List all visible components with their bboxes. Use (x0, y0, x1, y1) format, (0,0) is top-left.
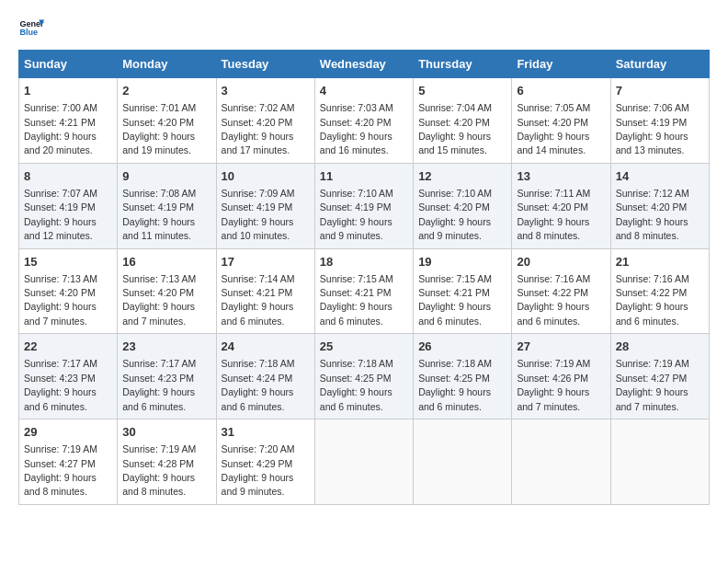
day-number: 4 (320, 83, 408, 99)
calendar-cell: 1 Sunrise: 7:00 AMSunset: 4:21 PMDayligh… (19, 78, 118, 164)
svg-text:Blue: Blue (19, 28, 38, 37)
day-number: 21 (616, 254, 704, 270)
cell-content: Sunrise: 7:02 AMSunset: 4:20 PMDaylight:… (222, 102, 295, 155)
cell-content: Sunrise: 7:17 AMSunset: 4:23 PMDaylight:… (24, 358, 97, 411)
cell-content: Sunrise: 7:15 AMSunset: 4:21 PMDaylight:… (320, 273, 393, 327)
calendar-cell: 19 Sunrise: 7:15 AMSunset: 4:21 PMDaylig… (414, 248, 512, 334)
calendar-cell: 22 Sunrise: 7:17 AMSunset: 4:23 PMDaylig… (19, 334, 118, 419)
day-number: 12 (418, 168, 506, 185)
calendar-cell (314, 419, 413, 505)
cell-content: Sunrise: 7:10 AMSunset: 4:19 PMDaylight:… (320, 188, 393, 241)
calendar-cell: 8 Sunrise: 7:07 AMSunset: 4:19 PMDayligh… (19, 163, 118, 248)
day-number: 7 (616, 83, 704, 99)
calendar-cell: 15 Sunrise: 7:13 AMSunset: 4:20 PMDaylig… (19, 248, 118, 334)
day-number: 19 (418, 254, 506, 270)
calendar-table: SundayMondayTuesdayWednesdayThursdayFrid… (18, 50, 710, 505)
calendar-cell: 23 Sunrise: 7:17 AMSunset: 4:23 PMDaylig… (118, 334, 216, 419)
calendar-cell: 30 Sunrise: 7:19 AMSunset: 4:28 PMDaylig… (118, 419, 216, 505)
cell-content: Sunrise: 7:06 AMSunset: 4:19 PMDaylight:… (616, 102, 689, 155)
calendar-cell: 9 Sunrise: 7:08 AMSunset: 4:19 PMDayligh… (118, 163, 216, 248)
calendar-cell (512, 419, 610, 505)
calendar-cell: 31 Sunrise: 7:20 AMSunset: 4:29 PMDaylig… (216, 419, 314, 505)
calendar-cell (610, 419, 709, 505)
cell-content: Sunrise: 7:19 AMSunset: 4:27 PMDaylight:… (24, 443, 97, 497)
cell-content: Sunrise: 7:15 AMSunset: 4:21 PMDaylight:… (418, 273, 492, 327)
calendar-cell: 7 Sunrise: 7:06 AMSunset: 4:19 PMDayligh… (610, 78, 709, 164)
day-number: 15 (24, 254, 112, 270)
week-row-2: 8 Sunrise: 7:07 AMSunset: 4:19 PMDayligh… (19, 163, 710, 248)
calendar-cell: 28 Sunrise: 7:19 AMSunset: 4:27 PMDaylig… (610, 334, 709, 419)
calendar-cell: 10 Sunrise: 7:09 AMSunset: 4:19 PMDaylig… (216, 163, 314, 248)
cell-content: Sunrise: 7:19 AMSunset: 4:28 PMDaylight:… (122, 443, 196, 497)
header-day-thursday: Thursday (414, 51, 512, 78)
day-number: 23 (122, 339, 210, 355)
cell-content: Sunrise: 7:09 AMSunset: 4:19 PMDaylight:… (222, 188, 295, 241)
calendar-cell: 12 Sunrise: 7:10 AMSunset: 4:20 PMDaylig… (414, 163, 512, 248)
cell-content: Sunrise: 7:08 AMSunset: 4:19 PMDaylight:… (122, 188, 196, 241)
cell-content: Sunrise: 7:18 AMSunset: 4:25 PMDaylight:… (418, 358, 492, 411)
day-number: 6 (517, 83, 605, 99)
cell-content: Sunrise: 7:17 AMSunset: 4:23 PMDaylight:… (122, 358, 196, 411)
header-day-friday: Friday (512, 51, 610, 78)
day-number: 14 (616, 168, 704, 185)
logo: General Blue (18, 15, 44, 40)
day-number: 2 (122, 83, 210, 99)
day-number: 26 (418, 339, 506, 355)
week-row-4: 22 Sunrise: 7:17 AMSunset: 4:23 PMDaylig… (19, 334, 710, 419)
calendar-cell: 26 Sunrise: 7:18 AMSunset: 4:25 PMDaylig… (414, 334, 512, 419)
day-number: 20 (517, 254, 605, 270)
day-number: 25 (320, 339, 408, 355)
day-number: 8 (24, 168, 112, 185)
week-row-3: 15 Sunrise: 7:13 AMSunset: 4:20 PMDaylig… (19, 248, 710, 334)
cell-content: Sunrise: 7:00 AMSunset: 4:21 PMDaylight:… (24, 102, 97, 155)
header-row: SundayMondayTuesdayWednesdayThursdayFrid… (19, 51, 710, 78)
cell-content: Sunrise: 7:20 AMSunset: 4:29 PMDaylight:… (222, 443, 295, 497)
cell-content: Sunrise: 7:18 AMSunset: 4:25 PMDaylight:… (320, 358, 393, 411)
calendar-cell: 5 Sunrise: 7:04 AMSunset: 4:20 PMDayligh… (414, 78, 512, 164)
cell-content: Sunrise: 7:16 AMSunset: 4:22 PMDaylight:… (517, 273, 590, 327)
day-number: 22 (24, 339, 112, 355)
calendar-cell: 14 Sunrise: 7:12 AMSunset: 4:20 PMDaylig… (610, 163, 709, 248)
calendar-cell: 18 Sunrise: 7:15 AMSunset: 4:21 PMDaylig… (314, 248, 413, 334)
calendar-cell: 24 Sunrise: 7:18 AMSunset: 4:24 PMDaylig… (216, 334, 314, 419)
cell-content: Sunrise: 7:01 AMSunset: 4:20 PMDaylight:… (122, 102, 196, 155)
header-day-sunday: Sunday (19, 51, 118, 78)
header-day-monday: Monday (118, 51, 216, 78)
cell-content: Sunrise: 7:14 AMSunset: 4:21 PMDaylight:… (222, 273, 295, 327)
day-number: 27 (517, 339, 605, 355)
cell-content: Sunrise: 7:12 AMSunset: 4:20 PMDaylight:… (616, 188, 689, 241)
calendar-cell: 2 Sunrise: 7:01 AMSunset: 4:20 PMDayligh… (118, 78, 216, 164)
logo-icon: General Blue (18, 15, 44, 40)
cell-content: Sunrise: 7:10 AMSunset: 4:20 PMDaylight:… (418, 188, 492, 241)
calendar-cell: 20 Sunrise: 7:16 AMSunset: 4:22 PMDaylig… (512, 248, 610, 334)
day-number: 9 (122, 168, 210, 185)
day-number: 5 (418, 83, 506, 99)
day-number: 13 (517, 168, 605, 185)
calendar-cell: 4 Sunrise: 7:03 AMSunset: 4:20 PMDayligh… (314, 78, 413, 164)
day-number: 18 (320, 254, 408, 270)
header-day-saturday: Saturday (610, 51, 709, 78)
calendar-cell: 6 Sunrise: 7:05 AMSunset: 4:20 PMDayligh… (512, 78, 610, 164)
calendar-cell: 25 Sunrise: 7:18 AMSunset: 4:25 PMDaylig… (314, 334, 413, 419)
calendar-cell: 21 Sunrise: 7:16 AMSunset: 4:22 PMDaylig… (610, 248, 709, 334)
day-number: 1 (24, 83, 112, 99)
calendar-cell (414, 419, 512, 505)
week-row-1: 1 Sunrise: 7:00 AMSunset: 4:21 PMDayligh… (19, 78, 710, 164)
day-number: 30 (122, 424, 210, 441)
cell-content: Sunrise: 7:13 AMSunset: 4:20 PMDaylight:… (122, 273, 196, 327)
header-day-tuesday: Tuesday (216, 51, 314, 78)
day-number: 11 (320, 168, 408, 185)
cell-content: Sunrise: 7:18 AMSunset: 4:24 PMDaylight:… (222, 358, 295, 411)
day-number: 28 (616, 339, 704, 355)
day-number: 31 (222, 424, 310, 441)
cell-content: Sunrise: 7:03 AMSunset: 4:20 PMDaylight:… (320, 102, 393, 155)
week-row-5: 29 Sunrise: 7:19 AMSunset: 4:27 PMDaylig… (19, 419, 710, 505)
cell-content: Sunrise: 7:11 AMSunset: 4:20 PMDaylight:… (517, 188, 590, 241)
day-number: 16 (122, 254, 210, 270)
cell-content: Sunrise: 7:13 AMSunset: 4:20 PMDaylight:… (24, 273, 97, 327)
calendar-cell: 3 Sunrise: 7:02 AMSunset: 4:20 PMDayligh… (216, 78, 314, 164)
cell-content: Sunrise: 7:19 AMSunset: 4:27 PMDaylight:… (616, 358, 689, 411)
day-number: 10 (222, 168, 310, 185)
cell-content: Sunrise: 7:07 AMSunset: 4:19 PMDaylight:… (24, 188, 97, 241)
header: General Blue (18, 15, 710, 40)
